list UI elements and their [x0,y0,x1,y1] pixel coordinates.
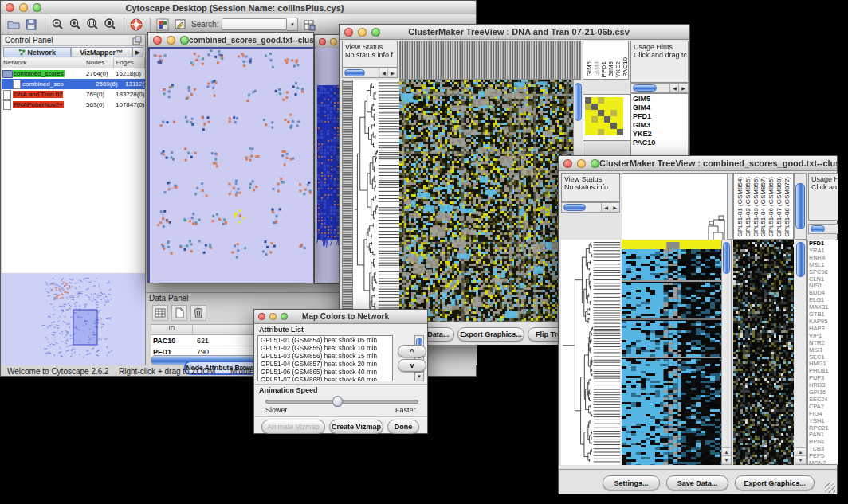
scroll-thumb[interactable] [575,83,582,121]
network-graph-canvas[interactable] [150,49,313,283]
treeview1-column-dendrogram[interactable] [399,41,581,80]
save-icon[interactable] [23,17,39,33]
treeview1-row-strip[interactable] [342,80,353,322]
zoom-out-icon[interactable] [49,17,65,33]
column-label[interactable]: GPL51-01 (GSM854) [736,177,744,237]
minimize-icon[interactable] [577,159,586,168]
animate-vizmap-button[interactable]: Animate Vizmap [261,420,325,434]
search-dropdown-icon[interactable]: ▾ [287,18,298,31]
attribute-listbox[interactable]: GPL51-01 (GSM854) heat shock 05 minGPL51… [257,335,393,381]
column-label[interactable]: GPL51-06 (GSM865) [768,177,775,237]
column-label[interactable]: PFD1 [600,61,607,77]
column-label[interactable]: GPL51-04 (GSM857) [760,177,767,237]
treeview2-gene-list[interactable]: PFD1YRA1RNR4MSL1SPC98CLN1NIS1BUD4ELG1MAK… [807,240,838,465]
gene-label[interactable]: YKE2 [633,130,686,139]
treeview2-labels-vscrollbar[interactable] [794,173,807,240]
scroll-right-icon[interactable]: ▶ [610,203,619,212]
resize-grip[interactable] [825,483,835,493]
minimize-icon[interactable] [358,28,367,37]
save-data-button[interactable]: Save Data... [666,475,728,490]
col-id[interactable]: ID [151,325,193,334]
close-icon[interactable] [344,28,353,37]
column-label[interactable]: GPL51-07 (GSM868) [775,177,783,237]
column-label[interactable]: GPL51-03 (GSM856) [752,177,760,237]
treeview2-titlebar[interactable]: ClusterMaker TreeView : combined_scores_… [559,156,837,171]
move-up-button[interactable]: ^ [398,345,426,357]
attribute-item[interactable]: GPL51-04 (GSM857) heat shock 20 min [261,361,381,369]
column-label[interactable]: PAC10 [622,57,629,77]
close-icon[interactable] [319,38,326,45]
zoom-in-icon[interactable] [67,17,83,33]
dialog-titlebar[interactable]: Map Colors to Network [254,310,427,324]
create-vizmap-button[interactable]: Create Vizmap [329,420,383,434]
column-label[interactable]: GIM3 [607,61,614,77]
move-down-button[interactable]: v [398,359,426,372]
minimize-icon[interactable] [330,38,337,45]
treeview1-hints-hscrollbar[interactable]: ◀ ▶ [630,83,689,93]
slider-thumb[interactable] [332,396,343,407]
scroll-down-icon[interactable]: ▼ [722,455,731,464]
minimize-icon[interactable] [19,3,28,12]
main-titlebar[interactable]: Cytoscape Desktop (Session Name: collins… [1,1,476,15]
treeview2-expression-vscrollbar[interactable]: ▲ ▼ [795,240,807,465]
treeview1-row-dendrogram[interactable] [353,80,399,322]
new-attribute-icon[interactable] [171,305,187,321]
attribute-item[interactable]: GPL51-01 (GSM854) heat shock 05 min [261,337,381,345]
zoom-selected-icon[interactable] [102,17,118,33]
scroll-right-icon[interactable]: ▶ [678,84,688,92]
attribute-item[interactable]: GPL51-06 (GSM865) heat shock 40 min [261,369,381,377]
network-table-row[interactable]: RNAPuberNov2+ 563(0) 107847(0) [2,100,145,110]
col-nodes[interactable]: Nodes [84,58,114,68]
export-graphics-button[interactable]: Export Graphics... [735,475,815,490]
export-graphics-button[interactable]: Export Graphics... [457,327,524,342]
network-overview-canvas[interactable] [3,275,142,362]
delete-attribute-trash-icon[interactable] [190,305,206,321]
scroll-right-icon[interactable]: ▶ [387,68,397,77]
maximize-icon[interactable] [591,159,599,168]
network-table-row[interactable]: DNA and Tran 07 769(0) 183728(0) [2,89,145,100]
tab-network[interactable]: Network [3,47,71,57]
network-table-row[interactable]: combined_sco 2569(6) 13112(15) [2,79,145,89]
gene-label[interactable]: GIM3 [633,121,686,130]
attribute-item[interactable]: GPL51-02 (GSM855) heat shock 10 min [261,345,381,353]
tab-vizmapper[interactable]: VizMapper™ [71,47,132,57]
network-overview-panel[interactable] [2,273,145,365]
network-table-row[interactable]: combined_scores 2764(0) 16218(0) [2,68,145,79]
scroll-thumb[interactable] [795,183,805,229]
open-folder-icon[interactable] [6,17,22,33]
prefoldin-summary-heatmap[interactable] [585,97,630,135]
gene-label[interactable]: PFD1 [633,112,686,121]
maximize-icon[interactable] [371,28,380,37]
column-label[interactable]: YKE2 [614,61,622,77]
annotation-icon[interactable] [172,17,188,33]
scroll-thumb[interactable] [723,242,730,274]
gene-label[interactable]: PAC10 [633,139,686,147]
attribute-item[interactable]: GPL51-03 (GSM856) heat shock 15 min [261,353,381,361]
maximize-icon[interactable] [281,313,288,320]
treeview2-status-hscrollbar[interactable]: ◀ ▶ [561,202,620,213]
float-panel-icon[interactable] [132,36,142,45]
treeview2-heatmap[interactable] [622,240,721,465]
column-label[interactable]: GPL51-02 (GSM855) [744,177,752,237]
tabs-overflow-button[interactable]: ▶ [132,47,143,57]
minimize-icon[interactable] [269,313,277,320]
table-mode-icon[interactable] [152,305,168,321]
treeview1-titlebar[interactable]: ClusterMaker TreeView : DNA and Tran 07-… [340,25,689,40]
gene-label[interactable]: GIM5 [633,95,686,104]
settings-button[interactable]: Settings... [603,475,660,490]
search-input[interactable] [222,18,287,30]
column-label[interactable]: GIM4 [593,61,600,77]
attribute-browser-icon[interactable] [301,17,317,33]
vizmapper-icon[interactable] [155,17,171,33]
treeview2-narrow-track[interactable] [727,173,733,240]
scroll-thumb[interactable] [633,84,657,92]
maximize-icon[interactable] [180,36,189,45]
scroll-thumb[interactable] [811,225,825,232]
done-button[interactable]: Done [387,420,419,434]
gene-label[interactable]: MON2 [809,460,837,465]
close-icon[interactable] [153,36,162,45]
col-edges[interactable]: Edges [114,58,145,68]
attribute-item[interactable]: GPL51-07 (GSM868) heat shock 60 min [261,377,381,381]
scroll-thumb[interactable] [796,242,805,277]
treeview2-column-dendrogram-area[interactable] [622,173,728,241]
